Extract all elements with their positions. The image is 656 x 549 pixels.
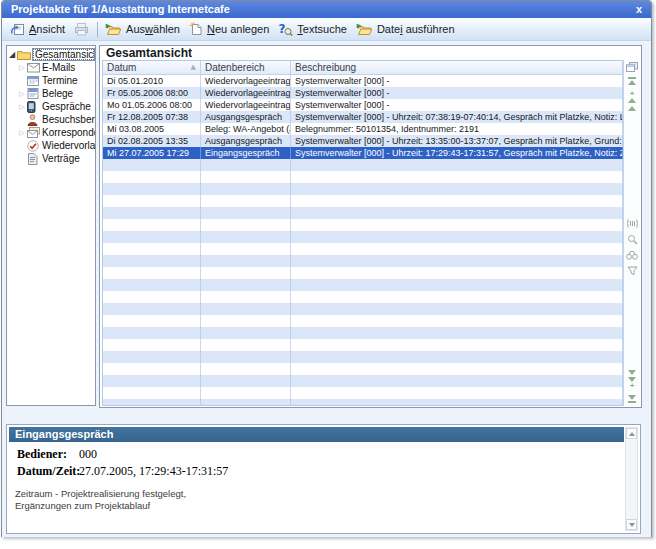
search-icon[interactable] [626, 234, 638, 245]
datei-ausfuehren-button[interactable]: Datei ausführen [353, 22, 461, 37]
line-down-button[interactable] [626, 370, 638, 375]
tree-item-label: Wiedervorlagen [42, 140, 95, 151]
note-line: Ergänzungen zum Projektablauf [15, 500, 186, 512]
tree-item-termine[interactable]: Termine [17, 74, 95, 87]
ansicht-button[interactable]: Ansicht [7, 22, 71, 37]
table-row-empty[interactable] [103, 399, 623, 406]
table-row-empty[interactable] [103, 279, 623, 291]
person-icon [27, 114, 42, 126]
field-label: Datum/Zeit: [17, 464, 79, 479]
binoculars-icon[interactable] [626, 250, 638, 260]
tree-item-gesamtansicht[interactable]: ◢ Gesamtansicht [7, 48, 95, 61]
scroll-up-button[interactable] [626, 428, 637, 439]
column-header-datenbereich[interactable]: Datenbereich [201, 61, 291, 74]
table-row-empty[interactable] [103, 195, 623, 207]
window-title: Projektakte für 1/Ausstattung Internetca… [11, 3, 230, 15]
detail-fields: Bediener: 000 Datum/Zeit: 27.07.2005, 17… [17, 446, 228, 480]
receipt-icon [27, 88, 42, 99]
page-down-button[interactable]: + [626, 377, 638, 389]
table-row-empty[interactable] [103, 183, 623, 195]
table-row[interactable]: Di 05.01.2010 Wiedervorlageeintrag Syste… [103, 75, 623, 87]
textsuche-button[interactable]: ? Textsuche [275, 21, 353, 37]
table-row-empty[interactable] [103, 231, 623, 243]
table-row-empty[interactable] [103, 339, 623, 351]
table-row[interactable]: Mi 03.08.2005 Beleg: WA-Angebot (alle Be… [103, 123, 623, 135]
table-row-empty[interactable] [103, 303, 623, 315]
close-button[interactable]: x [636, 1, 642, 18]
textsuche-label: Textsuche [297, 23, 347, 35]
tree-item-korrespondenzen[interactable]: ▷ Korrespondenzen [17, 126, 95, 139]
table-row-empty[interactable] [103, 351, 623, 363]
chevron-up-icon [629, 432, 635, 436]
print-button[interactable] [71, 22, 95, 37]
table-row-empty[interactable] [103, 387, 623, 399]
folder-run-icon [356, 23, 373, 36]
tree-item-label: Belege [42, 88, 73, 99]
table-row-empty[interactable] [103, 219, 623, 231]
table-row-selected[interactable]: Mi 27.07.2005 17:29 Eingangsgespräch Sys… [103, 147, 623, 159]
page-up-button[interactable]: + [626, 91, 638, 103]
table-row-empty[interactable] [103, 255, 623, 267]
table-row-empty[interactable] [103, 375, 623, 387]
view-icon [10, 23, 25, 36]
tree-item-vertraege[interactable]: Verträge [17, 152, 95, 165]
auswaehlen-label: Auswählen [126, 23, 180, 35]
table-row-empty[interactable] [103, 207, 623, 219]
table-row-empty[interactable] [103, 363, 623, 375]
letters-icon [27, 127, 42, 138]
table-rows: Di 05.01.2010 Wiedervorlageeintrag Syste… [103, 75, 623, 406]
detail-header: Eingangsgespräch [9, 427, 624, 442]
expander-collapsed-icon[interactable]: ▷ [17, 128, 27, 138]
records-grid: Datum ▲ Datenbereich Beschreibung Di 05.… [102, 60, 624, 406]
svg-text:?: ? [279, 22, 286, 36]
table-row[interactable]: Mo 01.05.2006 08:00 Wiedervorlageeintrag… [103, 99, 623, 111]
grid-header: Datum ▲ Datenbereich Beschreibung [103, 61, 623, 75]
table-row-empty[interactable] [103, 291, 623, 303]
table-row[interactable]: Fr 12.08.2005 07:38 Ausgangsgespräch Sys… [103, 111, 623, 123]
expander-collapsed-icon[interactable]: ▷ [17, 102, 27, 112]
folder-icon [17, 49, 32, 60]
column-width-icon[interactable] [626, 218, 638, 229]
column-header-beschreibung[interactable]: Beschreibung [291, 61, 623, 74]
neu-anlegen-label: Neu anlegen [207, 23, 269, 35]
datei-ausfuehren-label: Datei ausführen [377, 23, 455, 35]
calendar-icon [27, 75, 42, 86]
table-row-empty[interactable] [103, 159, 623, 171]
field-bediener: Bediener: 000 [17, 446, 228, 463]
table-row-empty[interactable] [103, 267, 623, 279]
table-row-empty[interactable] [103, 243, 623, 255]
table-row-empty[interactable] [103, 315, 623, 327]
navigation-tree: ◢ Gesamtansicht ▷ E-Mails Termine ▷ [6, 45, 96, 406]
tree-item-label: E-Mails [42, 62, 75, 73]
auswaehlen-button[interactable]: Auswählen [102, 22, 186, 37]
tree-item-gespraeche[interactable]: ▷ Gespräche [17, 100, 95, 113]
table-row-empty[interactable] [103, 171, 623, 183]
search-help-icon: ? [278, 22, 293, 36]
field-value: 27.07.2005, 17:29:43-17:31:57 [79, 464, 228, 479]
field-datum-zeit: Datum/Zeit: 27.07.2005, 17:29:43-17:31:5… [17, 463, 228, 480]
expander-collapsed-icon[interactable]: ▷ [17, 89, 27, 99]
scroll-down-button[interactable] [626, 519, 637, 530]
titlebar[interactable]: Projektakte für 1/Ausstattung Internetca… [2, 1, 651, 18]
scroll-to-top-button[interactable] [626, 77, 638, 85]
tree-item-belege[interactable]: ▷ Belege [17, 87, 95, 100]
expander-collapsed-icon[interactable]: ▷ [17, 63, 27, 73]
table-row[interactable]: Fr 05.05.2006 08:00 Wiedervorlageeintrag… [103, 87, 623, 99]
field-value: 000 [79, 447, 97, 462]
list-title: Gesamtansicht [106, 46, 192, 60]
folder-open-icon [105, 23, 122, 36]
table-row[interactable]: Di 02.08.2005 13:35 Ausgangsgespräch Sys… [103, 135, 623, 147]
tree-item-emails[interactable]: ▷ E-Mails [17, 61, 95, 74]
tree-item-besuchsberichte[interactable]: Besuchsberichte [17, 113, 95, 126]
expander-expanded-icon[interactable]: ◢ [7, 50, 17, 60]
toolbar: Ansicht Auswählen Neu anlegen ? Textsuch… [2, 18, 651, 41]
column-chooser-icon[interactable] [626, 62, 638, 72]
scroll-to-bottom-button[interactable] [626, 395, 638, 403]
detail-scrollbar[interactable] [625, 427, 638, 531]
filter-icon[interactable] [626, 266, 638, 276]
tree-item-wiedervorlagen[interactable]: Wiedervorlagen [17, 139, 95, 152]
neu-anlegen-button[interactable]: Neu anlegen [186, 21, 275, 37]
column-header-datum[interactable]: Datum ▲ [103, 61, 201, 74]
line-up-button[interactable] [626, 106, 638, 111]
table-row-empty[interactable] [103, 327, 623, 339]
